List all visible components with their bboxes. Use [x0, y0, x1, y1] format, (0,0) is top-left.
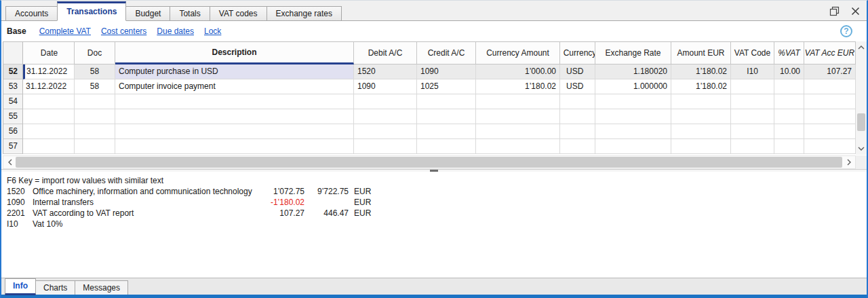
cell-pct_vat[interactable] — [774, 94, 804, 109]
cell-debit[interactable] — [354, 94, 417, 109]
cell-exchange_rate[interactable] — [595, 124, 671, 139]
scroll-right-icon[interactable] — [843, 156, 854, 168]
view-link-complete-vat[interactable]: Complete VAT — [39, 26, 91, 36]
cell-vat_acc_eur[interactable] — [804, 139, 856, 154]
cell-date[interactable] — [23, 94, 75, 109]
cell-currency_amount[interactable] — [476, 124, 560, 139]
cell-exchange_rate[interactable]: 1.180020 — [595, 64, 671, 79]
cell-doc[interactable] — [75, 109, 115, 124]
cell-date[interactable] — [23, 109, 75, 124]
cell-vat_acc_eur[interactable]: 107.27 — [804, 64, 856, 79]
column-header-currency_amount[interactable]: Currency Amount — [476, 41, 560, 64]
close-window-icon[interactable] — [850, 5, 861, 16]
cell-doc[interactable] — [75, 124, 115, 139]
view-link-cost-centers[interactable]: Cost centers — [101, 26, 146, 36]
help-icon[interactable]: ? — [840, 25, 852, 37]
cell-exchange_rate[interactable]: 1.000000 — [595, 79, 671, 94]
cell-credit[interactable] — [417, 124, 476, 139]
vertical-scroll-thumb[interactable] — [857, 113, 865, 131]
cell-vat_acc_eur[interactable] — [804, 94, 856, 109]
cell-num[interactable]: 53 — [3, 79, 23, 94]
cell-currency[interactable]: USD — [560, 64, 595, 79]
cell-num[interactable]: 56 — [3, 124, 23, 139]
cell-amount_eur[interactable]: 1’180.02 — [671, 79, 731, 94]
cell-date[interactable] — [23, 139, 75, 154]
cell-credit[interactable] — [417, 109, 476, 124]
cell-currency_amount[interactable]: 1’000.00 — [476, 64, 560, 79]
column-header-vat_acc_eur[interactable]: VAT Acc EUR — [804, 41, 856, 64]
tab-budget[interactable]: Budget — [125, 6, 170, 21]
cell-vat_code[interactable]: I10 — [731, 64, 774, 79]
cell-vat_code[interactable] — [731, 139, 774, 154]
cell-date[interactable]: 31.12.2022 — [23, 64, 75, 79]
view-base-label[interactable]: Base — [7, 26, 26, 36]
cell-amount_eur[interactable] — [671, 109, 731, 124]
cell-pct_vat[interactable] — [774, 139, 804, 154]
tab-transactions[interactable]: Transactions — [57, 1, 126, 21]
cell-credit[interactable] — [417, 139, 476, 154]
cell-currency_amount[interactable]: 1’180.02 — [476, 79, 560, 94]
cell-num[interactable]: 55 — [3, 109, 23, 124]
column-header-amount_eur[interactable]: Amount EUR — [671, 41, 731, 64]
cell-currency[interactable] — [560, 124, 595, 139]
cell-description[interactable] — [115, 94, 354, 109]
cell-debit[interactable] — [354, 124, 417, 139]
cell-currency[interactable]: USD — [560, 79, 595, 94]
cell-vat_code[interactable] — [731, 124, 774, 139]
scroll-down-icon[interactable] — [856, 143, 867, 154]
cell-num[interactable]: 57 — [3, 139, 23, 154]
cell-exchange_rate[interactable] — [595, 139, 671, 154]
cell-pct_vat[interactable]: 10.00 — [774, 64, 804, 79]
cell-amount_eur[interactable] — [671, 124, 731, 139]
vertical-scrollbar[interactable] — [856, 41, 867, 155]
column-header-vat_code[interactable]: VAT Code — [731, 41, 774, 64]
cell-pct_vat[interactable] — [774, 109, 804, 124]
scroll-up-icon[interactable] — [856, 42, 867, 53]
cell-vat_acc_eur[interactable] — [804, 124, 856, 139]
cell-date[interactable]: 31.12.2022 — [23, 79, 75, 94]
cell-currency[interactable] — [560, 139, 595, 154]
cell-credit[interactable]: 1025 — [417, 79, 476, 94]
cell-amount_eur[interactable] — [671, 94, 731, 109]
cell-debit[interactable]: 1090 — [354, 79, 417, 94]
cell-pct_vat[interactable] — [774, 79, 804, 94]
cell-description[interactable] — [115, 109, 354, 124]
cell-date[interactable] — [23, 124, 75, 139]
column-header-debit[interactable]: Debit A/C — [354, 41, 417, 64]
cell-currency[interactable] — [560, 94, 595, 109]
cell-currency_amount[interactable] — [476, 109, 560, 124]
cell-currency_amount[interactable] — [476, 139, 560, 154]
scroll-left-icon[interactable] — [4, 156, 16, 168]
cell-amount_eur[interactable]: 1’180.02 — [671, 64, 731, 79]
cell-vat_code[interactable] — [731, 109, 774, 124]
column-header-exchange_rate[interactable]: Exchange Rate — [595, 41, 671, 64]
cell-vat_code[interactable] — [731, 94, 774, 109]
column-header-date[interactable]: Date — [23, 41, 75, 64]
cell-description[interactable] — [115, 139, 354, 154]
cell-currency_amount[interactable] — [476, 94, 560, 109]
tab-exchange-rates[interactable]: Exchange rates — [267, 6, 342, 21]
bottom-tab-charts[interactable]: Charts — [35, 280, 75, 295]
tab-totals[interactable]: Totals — [170, 6, 210, 21]
bottom-tab-messages[interactable]: Messages — [75, 280, 128, 295]
cell-vat_acc_eur[interactable] — [804, 109, 856, 124]
column-header-num[interactable] — [3, 41, 23, 64]
cell-doc[interactable]: 58 — [75, 79, 115, 94]
column-header-description[interactable]: Description — [115, 41, 354, 64]
column-header-pct_vat[interactable]: %VAT — [774, 41, 804, 64]
horizontal-scroll-thumb[interactable] — [16, 157, 842, 168]
view-link-due-dates[interactable]: Due dates — [157, 26, 194, 36]
column-header-doc[interactable]: Doc — [75, 41, 115, 64]
cell-doc[interactable]: 58 — [75, 64, 115, 79]
bottom-tab-info[interactable]: Info — [5, 278, 36, 295]
column-header-currency[interactable]: Currency — [560, 41, 595, 64]
view-link-lock[interactable]: Lock — [204, 26, 221, 36]
cell-debit[interactable] — [354, 109, 417, 124]
cell-amount_eur[interactable] — [671, 139, 731, 154]
cell-vat_code[interactable] — [731, 79, 774, 94]
cell-vat_acc_eur[interactable] — [804, 79, 856, 94]
cell-debit[interactable] — [354, 139, 417, 154]
cell-description[interactable] — [115, 124, 354, 139]
cell-currency[interactable] — [560, 109, 595, 124]
cell-description[interactable]: Computer purchase in USD — [115, 64, 354, 79]
